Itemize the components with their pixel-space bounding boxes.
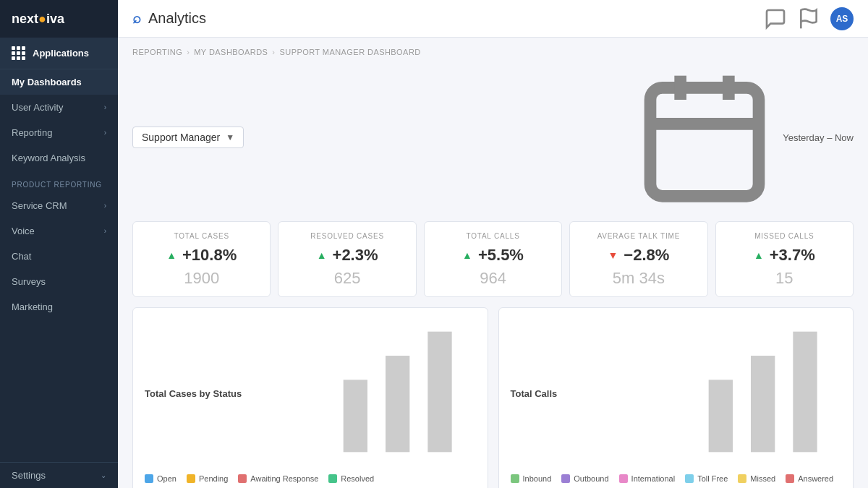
sidebar-apps-item[interactable]: Applications: [0, 38, 118, 69]
sidebar-item-chat[interactable]: Chat: [0, 244, 118, 269]
legend-item: Awaiting Response: [238, 474, 318, 483]
kpi-value-total-calls: 964: [480, 269, 506, 288]
svg-rect-34: [751, 356, 775, 452]
analytics-nav-icon: ⌕: [132, 10, 141, 27]
cases-legend: OpenPendingAwaiting ResponseResolved: [145, 474, 476, 483]
flag-icon-button[interactable]: [797, 7, 820, 30]
kpi-value-average-talk-time: 5m 34s: [613, 269, 665, 288]
dashboard-dropdown[interactable]: Support Manager ▼: [132, 127, 244, 148]
sidebar-item-label-my-dashboards: My Dashboards: [12, 77, 82, 87]
sidebar-item-label-service-crm: Service CRM: [12, 200, 67, 211]
kpi-label-missed-calls: MISSED CALLS: [754, 232, 814, 240]
legend-color-dot: [685, 474, 694, 483]
legend-color-dot: [786, 474, 794, 483]
legend-label: Answered: [798, 474, 833, 483]
legend-color-dot: [511, 474, 519, 483]
legend-item: Inbound: [511, 474, 552, 483]
legend-item: Missed: [738, 474, 775, 483]
legend-color-dot: [738, 474, 746, 483]
legend-color-dot: [561, 474, 570, 483]
kpi-change-value-total-cases: +10.8%: [182, 246, 237, 265]
settings-chevron-icon: ⌄: [101, 471, 106, 479]
date-range-picker[interactable]: Yesterday – Now: [632, 64, 854, 211]
calls-chart-bar-icon: [697, 320, 841, 467]
settings-label: Settings: [12, 470, 46, 481]
kpi-change-row-total-calls: ▲+5.5%: [462, 246, 524, 265]
sidebar-item-keyword-analysis[interactable]: Keyword Analysis: [0, 145, 118, 171]
topbar-right: AS: [764, 7, 854, 30]
legend-color-dot: [187, 474, 195, 483]
sidebar: next●iva Applications My DashboardsUser …: [0, 0, 118, 488]
kpi-arrow-resolved-cases: ▲: [317, 249, 327, 261]
main-area: ⌕ Analytics AS REPORTING › MY DASHBOARDS…: [118, 0, 868, 488]
bc-my-dashboards: MY DASHBOARDS: [194, 48, 268, 56]
kpi-change-value-missed-calls: +3.7%: [770, 246, 815, 265]
kpi-card-total-cases: TOTAL CASES▲+10.8%1900: [132, 221, 271, 297]
apps-grid-icon: [12, 46, 25, 60]
sidebar-item-label-product-reporting: PRODUCT REPORTING: [12, 181, 102, 189]
user-avatar[interactable]: AS: [830, 7, 854, 30]
sidebar-item-voice[interactable]: Voice›: [0, 218, 118, 244]
kpi-change-row-missed-calls: ▲+3.7%: [754, 246, 815, 265]
kpi-label-average-talk-time: AVERAGE TALK TIME: [597, 232, 681, 240]
sidebar-item-my-dashboards[interactable]: My Dashboards: [0, 69, 118, 95]
sidebar-item-user-activity[interactable]: User Activity›: [0, 95, 118, 120]
chart-header-calls: Total Calls: [511, 320, 842, 467]
kpi-arrow-total-cases: ▲: [166, 249, 176, 261]
sidebar-item-label-user-activity: User Activity: [12, 102, 64, 113]
legend-label: International: [631, 474, 676, 483]
legend-label: Outbound: [574, 474, 608, 483]
kpi-change-row-average-talk-time: ▼−2.8%: [608, 246, 669, 265]
kpi-value-total-cases: 1900: [184, 269, 219, 288]
legend-color-dot: [145, 474, 153, 483]
kpi-label-total-calls: TOTAL CALLS: [466, 232, 519, 240]
sidebar-item-surveys[interactable]: Surveys: [0, 269, 118, 294]
legend-item: International: [619, 474, 676, 483]
cases-by-status-chart: Total Cases by Status OpenPendingAwaitin…: [132, 307, 488, 488]
chart-header-cases: Total Cases by Status: [145, 320, 476, 467]
kpi-arrow-missed-calls: ▲: [754, 249, 764, 261]
kpi-change-row-total-cases: ▲+10.8%: [166, 246, 237, 265]
kpi-arrow-average-talk-time: ▼: [608, 249, 618, 261]
sidebar-item-settings[interactable]: Settings ⌄: [0, 463, 118, 488]
sidebar-item-label-surveys: Surveys: [12, 276, 46, 287]
cases-chart-bar-icon: [331, 320, 476, 467]
kpi-card-average-talk-time: AVERAGE TALK TIME▼−2.8%5m 34s: [569, 221, 707, 297]
kpi-value-missed-calls: 15: [775, 269, 793, 288]
sidebar-item-label-keyword-analysis: Keyword Analysis: [12, 153, 85, 163]
chat-icon-button[interactable]: [764, 7, 787, 30]
legend-item: Answered: [786, 474, 833, 483]
sidebar-nav: My DashboardsUser Activity›Reporting›Key…: [0, 69, 118, 320]
sidebar-settings[interactable]: Settings ⌄: [0, 462, 118, 488]
kpi-card-total-calls: TOTAL CALLS▲+5.5%964: [424, 221, 562, 297]
dashboard-dropdown-label: Support Manager: [142, 132, 220, 143]
svg-rect-5: [343, 380, 367, 452]
legend-label: Missed: [750, 474, 775, 483]
topbar: ⌕ Analytics AS: [118, 0, 868, 38]
kpi-row: TOTAL CASES▲+10.8%1900RESOLVED CASES▲+2.…: [132, 221, 854, 297]
sidebar-item-label-chat: Chat: [12, 251, 31, 262]
legend-label: Resolved: [341, 474, 374, 483]
dropdown-arrow-icon: ▼: [226, 132, 234, 142]
kpi-change-row-resolved-cases: ▲+2.3%: [317, 246, 378, 265]
applications-label: Applications: [33, 48, 89, 59]
service-crm-chevron-icon: ›: [104, 202, 106, 210]
sidebar-item-product-reporting: PRODUCT REPORTING: [0, 171, 118, 193]
legend-label: Toll Free: [697, 474, 728, 483]
legend-item: Outbound: [561, 474, 608, 483]
sidebar-item-marketing[interactable]: Marketing: [0, 294, 118, 320]
svg-rect-33: [709, 380, 733, 452]
calendar-icon: [632, 64, 777, 211]
content-area: REPORTING › MY DASHBOARDS › SUPPORT MANA…: [118, 38, 868, 488]
sidebar-logo: next●iva: [0, 0, 118, 38]
sidebar-item-reporting[interactable]: Reporting›: [0, 120, 118, 145]
calls-legend: InboundOutboundInternationalToll FreeMis…: [511, 474, 842, 483]
voice-chevron-icon: ›: [104, 227, 106, 235]
calls-chart-title: Total Calls: [511, 388, 558, 399]
total-calls-chart: Total Calls InboundOutboundInternational…: [498, 307, 854, 488]
kpi-change-value-total-calls: +5.5%: [478, 246, 524, 265]
page-title: Analytics: [148, 10, 206, 27]
topbar-left: ⌕ Analytics: [132, 10, 206, 27]
kpi-change-value-resolved-cases: +2.3%: [333, 246, 378, 265]
sidebar-item-service-crm[interactable]: Service CRM›: [0, 193, 118, 218]
